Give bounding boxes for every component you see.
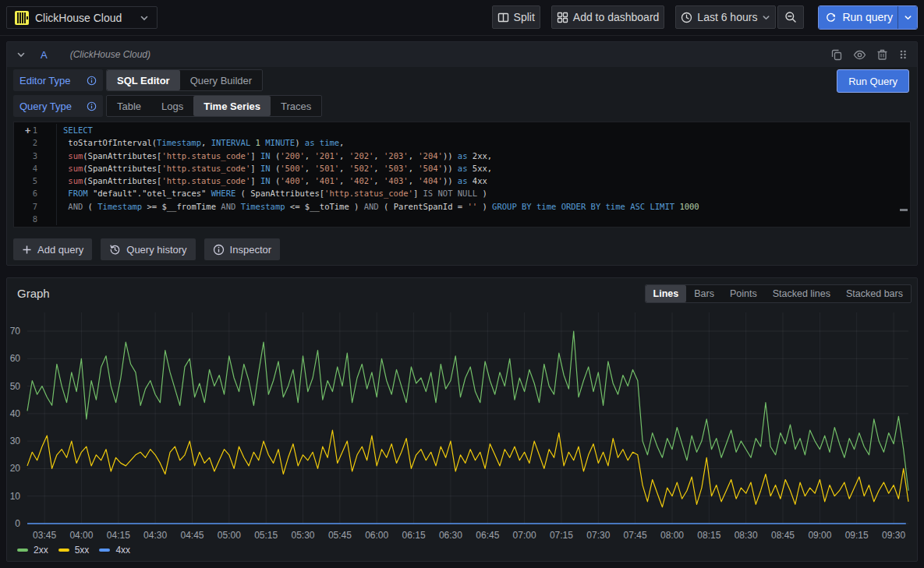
sql-line-5: 5 sum(SpanAttributes['http.status_code']…: [14, 175, 910, 187]
delete-query-trash-icon[interactable]: [876, 48, 888, 61]
option-logs[interactable]: Logs: [151, 96, 193, 116]
editor-type-label: Editor Type: [13, 69, 103, 91]
time-range-picker[interactable]: Last 6 hours: [675, 5, 776, 29]
collapse-chevron-icon[interactable]: [16, 50, 26, 59]
mode-stacked-bars[interactable]: Stacked bars: [838, 285, 911, 302]
legend-label: 5xx: [75, 545, 90, 556]
legend-item-4xx[interactable]: 4xx: [99, 545, 130, 556]
split-icon: [497, 12, 509, 23]
drag-handle-icon[interactable]: [898, 48, 908, 61]
svg-text:04:15: 04:15: [107, 530, 130, 541]
editor-scrollbar-thumb[interactable]: [900, 209, 908, 211]
svg-text:09:30: 09:30: [882, 530, 905, 541]
svg-text:08:00: 08:00: [660, 530, 684, 541]
run-query-label: Run query: [842, 11, 893, 23]
sql-line-7: 7 AND ( Timestamp >= $__fromTime AND Tim…: [14, 200, 910, 213]
query-editor-panel: A (ClickHouse Cloud) Editor Type SQL Edi…: [6, 41, 918, 266]
query-ref-id[interactable]: A: [41, 49, 48, 61]
sql-line-3: 3 sum(SpanAttributes['http.status_code']…: [14, 150, 910, 162]
mode-bars[interactable]: Bars: [686, 285, 722, 302]
inspector-button[interactable]: Inspector: [204, 238, 280, 260]
sql-line-6: 6 FROM "default"."otel_traces" WHERE ( S…: [14, 187, 910, 199]
info-circle-icon: [213, 244, 225, 256]
legend-swatch: [58, 549, 69, 552]
split-label: Split: [514, 11, 535, 23]
clock-icon: [681, 12, 692, 23]
clickhouse-logo-icon: [15, 11, 29, 25]
svg-text:08:15: 08:15: [697, 530, 720, 541]
run-query-split-button: Run query: [818, 5, 918, 30]
option-time-series[interactable]: Time Series: [193, 96, 271, 116]
mode-lines[interactable]: Lines: [646, 285, 687, 302]
svg-text:06:30: 06:30: [439, 530, 462, 541]
legend-swatch: [17, 549, 28, 552]
add-to-dashboard-button[interactable]: Add to dashboard: [551, 5, 665, 29]
add-line-icon[interactable]: +: [25, 125, 30, 137]
zoom-out-button[interactable]: [777, 5, 804, 29]
svg-text:09:00: 09:00: [808, 530, 831, 541]
mode-points[interactable]: Points: [722, 285, 765, 302]
sql-line-1: +1SELECT: [14, 124, 910, 136]
split-button[interactable]: Split: [492, 5, 540, 29]
svg-text:40: 40: [10, 408, 21, 419]
svg-text:07:00: 07:00: [513, 530, 536, 541]
svg-text:07:45: 07:45: [624, 530, 647, 541]
sql-line-4: 4 sum(SpanAttributes['http.status_code']…: [14, 162, 910, 175]
option-query-builder[interactable]: Query Builder: [180, 70, 262, 90]
svg-text:04:30: 04:30: [143, 530, 167, 541]
option-table[interactable]: Table: [107, 96, 151, 116]
query-type-label: Query Type: [13, 95, 103, 117]
legend-swatch: [99, 549, 110, 552]
chevron-down-icon: [762, 13, 770, 22]
info-icon[interactable]: [87, 101, 97, 111]
graph-title: Graph: [17, 287, 50, 300]
add-to-dashboard-label: Add to dashboard: [573, 11, 660, 23]
run-query-panel-button[interactable]: Run Query: [837, 69, 909, 93]
hide-query-eye-icon[interactable]: [853, 48, 866, 62]
mode-stacked-lines[interactable]: Stacked lines: [765, 285, 838, 302]
option-traces[interactable]: Traces: [271, 96, 321, 116]
datasource-picker[interactable]: ClickHouse Cloud: [6, 6, 158, 29]
svg-text:04:45: 04:45: [180, 530, 204, 541]
query-row-header[interactable]: A (ClickHouse Cloud): [7, 42, 917, 67]
plus-icon: [22, 245, 32, 255]
graph-panel: Graph LinesBarsPointsStacked linesStacke…: [6, 277, 918, 562]
legend-item-5xx[interactable]: 5xx: [58, 545, 90, 556]
query-history-button[interactable]: Query history: [101, 238, 195, 260]
run-query-dropdown[interactable]: [897, 6, 917, 29]
query-row-actions: [830, 42, 908, 67]
info-icon[interactable]: [87, 76, 97, 86]
svg-text:08:45: 08:45: [771, 530, 795, 541]
svg-text:60: 60: [10, 353, 21, 364]
svg-text:05:15: 05:15: [254, 530, 278, 541]
query-datasource-hint: (ClickHouse Cloud): [70, 49, 150, 60]
svg-text:08:30: 08:30: [735, 530, 758, 541]
svg-text:04:00: 04:00: [69, 530, 93, 541]
refresh-icon: [825, 12, 837, 23]
sql-line-8: 8: [14, 213, 910, 225]
chevron-down-icon: [140, 13, 149, 23]
svg-text:10: 10: [10, 491, 21, 502]
svg-text:20: 20: [10, 463, 21, 474]
query-type-row: Query Type TableLogsTime SeriesTraces: [13, 95, 322, 117]
sql-line-2: 2 toStartOfInterval(Timestamp, INTERVAL …: [14, 136, 910, 149]
toolbar: ClickHouse Cloud Split Add to dashboard …: [0, 0, 924, 36]
sql-editor[interactable]: +1SELECT2 toStartOfInterval(Timestamp, I…: [13, 122, 911, 228]
svg-text:30: 30: [10, 436, 21, 446]
svg-text:06:15: 06:15: [402, 530, 426, 541]
editor-type-row: Editor Type SQL EditorQuery Builder: [13, 69, 263, 91]
svg-text:50: 50: [10, 381, 21, 392]
option-sql-editor[interactable]: SQL Editor: [107, 70, 180, 90]
add-query-button[interactable]: Add query: [13, 238, 92, 260]
svg-text:70: 70: [10, 326, 21, 337]
query-footer-actions: Add query Query history Inspector: [13, 238, 289, 260]
run-query-button[interactable]: Run query: [819, 6, 897, 29]
legend-item-2xx[interactable]: 2xx: [17, 545, 48, 556]
dashboard-grid-icon: [557, 12, 568, 23]
svg-text:06:45: 06:45: [476, 530, 499, 541]
svg-text:05:45: 05:45: [328, 530, 352, 541]
duplicate-query-icon[interactable]: [830, 48, 843, 61]
svg-text:03:45: 03:45: [33, 530, 56, 541]
toolbar-actions: Split Add to dashboard Last 6 hours Run …: [492, 5, 918, 29]
time-series-chart[interactable]: 01020304050607003:4504:0004:1504:3004:45…: [7, 306, 917, 548]
